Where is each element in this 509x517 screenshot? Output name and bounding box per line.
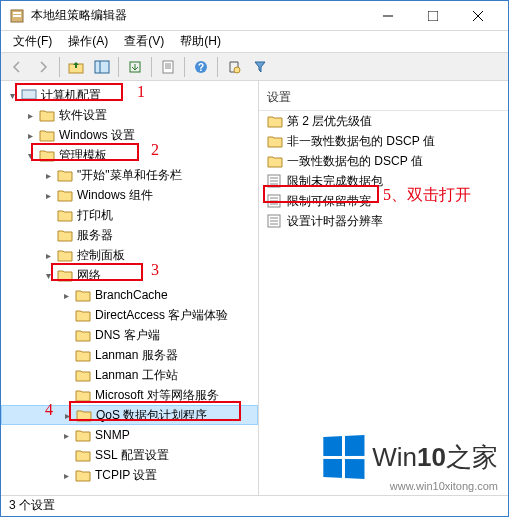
list-item[interactable]: 限制未完成数据包 [259,171,508,191]
expand-icon[interactable]: ▸ [41,190,55,201]
list-item[interactable]: 限制可保留带宽 [259,191,508,211]
expand-icon[interactable]: ▸ [23,110,37,121]
help-button[interactable]: ? [189,55,213,79]
tree-label: Windows 设置 [59,127,135,144]
tree-item[interactable]: DNS 客户端 [1,325,258,345]
titlebar: 本地组策略编辑器 [1,1,508,31]
folder-icon [75,388,91,402]
expand-icon[interactable]: ▸ [23,130,37,141]
svg-rect-1 [13,12,21,14]
tree-item[interactable]: Microsoft 对等网络服务 [1,385,258,405]
refresh-button[interactable] [156,55,180,79]
menu-view[interactable]: 查看(V) [116,31,172,52]
tree-label: 管理模板 [59,147,107,164]
list-label: 非一致性数据包的 DSCP 值 [287,133,435,150]
tree-pane[interactable]: ▾ 计算机配置 ▸软件设置 ▸Windows 设置 ▾管理模板 ▸"开始"菜单和… [1,81,259,495]
collapse-icon[interactable]: ▾ [23,150,37,161]
minimize-button[interactable] [365,1,410,31]
toolbar: ? [1,53,508,81]
tree-label: QoS 数据包计划程序 [96,407,207,424]
list-item[interactable]: 非一致性数据包的 DSCP 值 [259,131,508,151]
expand-icon[interactable]: ▸ [59,290,73,301]
expand-icon[interactable]: ▸ [59,430,73,441]
folder-icon [267,134,283,148]
separator [118,57,119,77]
svg-rect-2 [13,15,21,17]
folder-icon [57,208,73,222]
folder-icon [39,108,55,122]
setting-icon [267,214,283,228]
list-item[interactable]: 设置计时器分辨率 [259,211,508,231]
tree-label: Microsoft 对等网络服务 [95,387,219,404]
tree-item[interactable]: ▸"开始"菜单和任务栏 [1,165,258,185]
filter-button[interactable] [248,55,272,79]
export-button[interactable] [123,55,147,79]
tree-item-selected[interactable]: ▸QoS 数据包计划程序 [1,405,258,425]
tree-item[interactable]: Lanman 服务器 [1,345,258,365]
list-label: 一致性数据包的 DSCP 值 [287,153,423,170]
expand-icon[interactable]: ▸ [59,470,73,481]
tree-label: DirectAccess 客户端体验 [95,307,228,324]
menu-file[interactable]: 文件(F) [5,31,60,52]
list-item[interactable]: 一致性数据包的 DSCP 值 [259,151,508,171]
expand-icon[interactable]: ▸ [60,410,74,421]
tree-label: TCPIP 设置 [95,467,157,484]
tree-item[interactable]: ▸SNMP [1,425,258,445]
app-icon [9,8,25,24]
list-label: 限制未完成数据包 [287,173,383,190]
tree-item[interactable]: 打印机 [1,205,258,225]
up-button[interactable] [64,55,88,79]
tree-item[interactable]: ▸控制面板 [1,245,258,265]
statusbar: 3 个设置 [1,495,508,515]
tree-root[interactable]: ▾ 计算机配置 [1,85,258,105]
setting-icon [267,194,283,208]
expand-icon[interactable]: ▸ [41,250,55,261]
tree-item[interactable]: ▸TCPIP 设置 [1,465,258,485]
folder-icon [267,154,283,168]
status-text: 3 个设置 [9,497,55,514]
tree-item[interactable]: ▸软件设置 [1,105,258,125]
svg-rect-19 [26,99,32,101]
tree-item[interactable]: ▾管理模板 [1,145,258,165]
collapse-icon[interactable]: ▾ [5,90,19,101]
window-title: 本地组策略编辑器 [31,7,365,24]
menubar: 文件(F) 操作(A) 查看(V) 帮助(H) [1,31,508,53]
tree-item[interactable]: ▸Windows 组件 [1,185,258,205]
tree-item[interactable]: SSL 配置设置 [1,445,258,465]
separator [184,57,185,77]
menu-help[interactable]: 帮助(H) [172,31,229,52]
tree-label: SNMP [95,428,130,442]
tree-item[interactable]: ▸BranchCache [1,285,258,305]
folder-icon [75,468,91,482]
tree-item[interactable]: DirectAccess 客户端体验 [1,305,258,325]
show-hide-tree-button[interactable] [90,55,114,79]
tree-item[interactable]: Lanman 工作站 [1,365,258,385]
content: ▾ 计算机配置 ▸软件设置 ▸Windows 设置 ▾管理模板 ▸"开始"菜单和… [1,81,508,495]
tree-item[interactable]: ▸Windows 设置 [1,125,258,145]
forward-button[interactable] [31,55,55,79]
computer-icon [21,88,37,102]
tree-label: "开始"菜单和任务栏 [77,167,182,184]
list-header[interactable]: 设置 [259,85,508,111]
tree-item[interactable]: ▾网络 [1,265,258,285]
expand-icon[interactable]: ▸ [41,170,55,181]
folder-icon [75,368,91,382]
tree-label: SSL 配置设置 [95,447,169,464]
list-pane[interactable]: 设置 第 2 层优先级值 非一致性数据包的 DSCP 值 一致性数据包的 DSC… [259,81,508,495]
list-label: 设置计时器分辨率 [287,213,383,230]
maximize-button[interactable] [410,1,455,31]
list-item[interactable]: 第 2 层优先级值 [259,111,508,131]
window: 本地组策略编辑器 文件(F) 操作(A) 查看(V) 帮助(H) ? ▾ 计算机… [0,0,509,517]
list-label: 第 2 层优先级值 [287,113,372,130]
close-button[interactable] [455,1,500,31]
properties-button[interactable] [222,55,246,79]
tree-label: Lanman 工作站 [95,367,178,384]
menu-action[interactable]: 操作(A) [60,31,116,52]
tree-label: 计算机配置 [41,87,101,104]
folder-icon [39,128,55,142]
tree-item[interactable]: 服务器 [1,225,258,245]
svg-text:?: ? [198,62,204,73]
collapse-icon[interactable]: ▾ [41,270,55,281]
svg-point-17 [234,67,240,73]
back-button[interactable] [5,55,29,79]
